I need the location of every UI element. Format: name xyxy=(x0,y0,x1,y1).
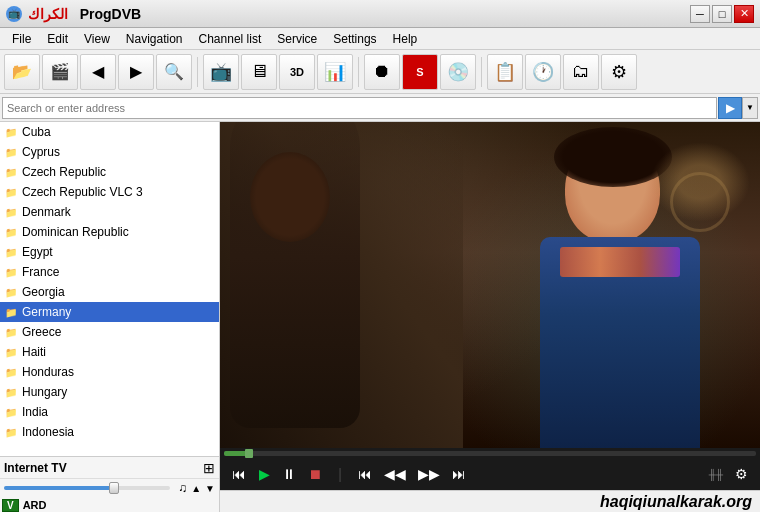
separator-ctrl: | xyxy=(330,464,350,484)
stop-button[interactable]: ⏹ xyxy=(304,464,326,484)
folder-icon: 📁 xyxy=(4,425,18,439)
ffwd-button[interactable]: ▶▶ xyxy=(414,464,444,484)
folder-icon: 📁 xyxy=(4,385,18,399)
search-go-button[interactable]: ▶ xyxy=(718,97,742,119)
minimize-button[interactable]: ─ xyxy=(690,5,710,23)
video-button[interactable]: 🎬 xyxy=(42,54,78,90)
volume-slider[interactable] xyxy=(4,486,170,490)
menu-view[interactable]: View xyxy=(76,28,118,49)
window-title: الكراك ProgDVB xyxy=(28,6,141,22)
left-panel: 📁Cuba📁Cyprus📁Czech Republic📁Czech Republ… xyxy=(0,122,220,512)
rew-button[interactable]: ◀◀ xyxy=(380,464,410,484)
disc-button[interactable]: 💿 xyxy=(440,54,476,90)
video-area[interactable] xyxy=(220,122,760,448)
list-button[interactable]: 📋 xyxy=(487,54,523,90)
forward-button[interactable]: ▶ xyxy=(118,54,154,90)
channel-item-label: Egypt xyxy=(22,245,53,259)
internet-tv-row: Internet TV ⊞ xyxy=(0,457,219,479)
folder-icon: 📁 xyxy=(4,145,18,159)
channel-item-label: Indonesia xyxy=(22,425,74,439)
music-icon: ♫ xyxy=(178,481,187,495)
menu-navigation[interactable]: Navigation xyxy=(118,28,191,49)
subs-button[interactable]: S xyxy=(402,54,438,90)
channel-list-item[interactable]: 📁Hungary xyxy=(0,382,219,402)
menu-settings[interactable]: Settings xyxy=(325,28,384,49)
channel-list-item[interactable]: 📁France xyxy=(0,262,219,282)
channel-item-label: Czech Republic VLC 3 xyxy=(22,185,143,199)
channel-item-label: India xyxy=(22,405,48,419)
channel-item-label: France xyxy=(22,265,59,279)
channel-list-item[interactable]: 📁Czech Republic VLC 3 xyxy=(0,182,219,202)
close-button[interactable]: ✕ xyxy=(734,5,754,23)
channel-name: ARD xyxy=(23,499,47,511)
channel-list-item[interactable]: 📁Honduras xyxy=(0,362,219,382)
open-button[interactable]: 📂 xyxy=(4,54,40,90)
menu-help[interactable]: Help xyxy=(385,28,426,49)
channel-list: 📁Cuba📁Cyprus📁Czech Republic📁Czech Republ… xyxy=(0,122,219,456)
channel-list-item[interactable]: 📁Dominican Republic xyxy=(0,222,219,242)
search-button[interactable]: 🔍 xyxy=(156,54,192,90)
channel-badge: V xyxy=(2,499,19,512)
monitor-button[interactable]: 🖥 xyxy=(241,54,277,90)
equalizer-icon[interactable]: ⚙ xyxy=(731,464,752,484)
play-button[interactable]: ▶ xyxy=(254,464,274,484)
arrow-up-icon[interactable]: ▲ xyxy=(191,483,201,494)
search-input[interactable] xyxy=(2,97,717,119)
channel-list-item[interactable]: 📁Georgia xyxy=(0,282,219,302)
grid-view-button[interactable]: ⊞ xyxy=(203,460,215,476)
skip-prev-button[interactable]: ⏮ xyxy=(228,464,250,484)
channel-list-item[interactable]: 📁Haiti xyxy=(0,342,219,362)
channel-list-item[interactable]: 📁Cuba xyxy=(0,122,219,142)
channel-item-label: Greece xyxy=(22,325,61,339)
menu-channel-list[interactable]: Channel list xyxy=(191,28,270,49)
settings-gear-button[interactable]: ⚙ xyxy=(601,54,637,90)
progress-bar[interactable] xyxy=(224,451,756,456)
channel-list-item[interactable]: 📁Germany xyxy=(0,302,219,322)
channel-list-item[interactable]: 📁India xyxy=(0,402,219,422)
menu-service[interactable]: Service xyxy=(269,28,325,49)
search-dropdown-button[interactable]: ▼ xyxy=(742,97,758,119)
arrow-down-icon[interactable]: ▼ xyxy=(205,483,215,494)
channel-item-label: Germany xyxy=(22,305,71,319)
maximize-button[interactable]: □ xyxy=(712,5,732,23)
folder-icon: 📁 xyxy=(4,245,18,259)
clock-button[interactable]: 🕐 xyxy=(525,54,561,90)
menubar: File Edit View Navigation Channel list S… xyxy=(0,28,760,50)
channel-list-item[interactable]: 📁Denmark xyxy=(0,202,219,222)
folder-icon: 📁 xyxy=(4,325,18,339)
pause-button[interactable]: ⏸ xyxy=(278,464,300,484)
channel-item-label: Czech Republic xyxy=(22,165,106,179)
video-frame xyxy=(220,122,760,448)
folder-icon: 📁 xyxy=(4,205,18,219)
separator-2 xyxy=(358,57,359,87)
volume-row: ♫ ▲ ▼ xyxy=(0,479,219,497)
card-button[interactable]: 🗂 xyxy=(563,54,599,90)
menu-file[interactable]: File xyxy=(4,28,39,49)
folder-icon: 📁 xyxy=(4,165,18,179)
back-button[interactable]: ◀ xyxy=(80,54,116,90)
channel-list-item[interactable]: 📁Indonesia xyxy=(0,422,219,442)
spectrum-button[interactable]: 📊 xyxy=(317,54,353,90)
channel-list-item[interactable]: 📁Greece xyxy=(0,322,219,342)
progress-bar-area[interactable] xyxy=(220,448,760,458)
folder-icon: 📁 xyxy=(4,185,18,199)
skip-next-button[interactable]: ⏭ xyxy=(448,464,470,484)
channel-list-item[interactable]: 📁Czech Republic xyxy=(0,162,219,182)
channel-info-row: V ARD xyxy=(0,497,219,512)
3d-button[interactable]: 3D xyxy=(279,54,315,90)
channel-item-label: Honduras xyxy=(22,365,74,379)
chapters-icon: ╫╫ xyxy=(705,467,727,482)
folder-icon: 📁 xyxy=(4,305,18,319)
tv-button[interactable]: 📺 xyxy=(203,54,239,90)
searchbar: ▶ ▼ xyxy=(0,94,760,122)
rewind-button[interactable]: ⏮ xyxy=(354,464,376,484)
recording-button[interactable]: ⏺ xyxy=(364,54,400,90)
folder-icon: 📁 xyxy=(4,405,18,419)
main-area: 📁Cuba📁Cyprus📁Czech Republic📁Czech Republ… xyxy=(0,122,760,512)
channel-list-item[interactable]: 📁Cyprus xyxy=(0,142,219,162)
controls-bar: ⏮ ▶ ⏸ ⏹ | ⏮ ◀◀ ▶▶ ⏭ ╫╫ ⚙ xyxy=(220,458,760,490)
menu-edit[interactable]: Edit xyxy=(39,28,76,49)
bottom-bar: haqiqiunalkarak.org xyxy=(220,490,760,512)
folder-icon: 📁 xyxy=(4,285,18,299)
channel-list-item[interactable]: 📁Egypt xyxy=(0,242,219,262)
